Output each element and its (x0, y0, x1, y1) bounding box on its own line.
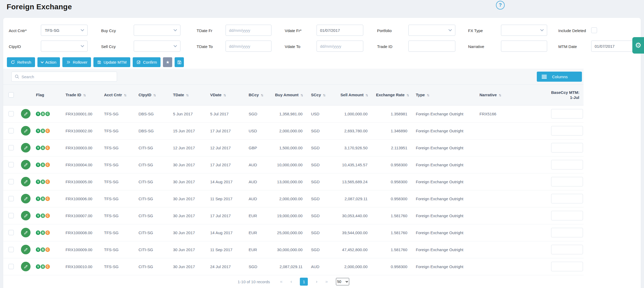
col-header-exchange_rate[interactable]: Exchange Rate↑↓ (372, 85, 412, 105)
baseccy-mtm-input[interactable] (551, 109, 583, 119)
baseccy-mtm-input[interactable] (551, 211, 583, 220)
refresh-button[interactable]: Refresh (7, 57, 35, 67)
include-deleted-checkbox[interactable] (591, 27, 597, 33)
baseccy-mtm-input[interactable] (551, 160, 583, 169)
row-checkbox[interactable] (8, 230, 14, 235)
sort-icon[interactable]: ↑↓ (499, 93, 501, 97)
col-header-sccy[interactable]: SCcy↑↓ (307, 85, 329, 105)
col-header-tdate[interactable]: TDate↑↓ (169, 85, 206, 105)
edit-button[interactable] (21, 194, 31, 203)
tdate-fr-input[interactable] (226, 25, 271, 36)
cell-vdate: 5 Jul 2017 (206, 105, 244, 122)
baseccy-mtm-input[interactable] (551, 126, 583, 136)
vdate-fr-input[interactable] (317, 25, 363, 36)
cell-buy_amount: 1,500,000.00 (266, 139, 307, 156)
col-header-narrative[interactable]: Narrative↑↓ (475, 85, 547, 105)
search-input[interactable] (21, 75, 114, 79)
col-header-ctpy_id[interactable]: CtpyID↑↓ (134, 85, 169, 105)
row-checkbox[interactable] (8, 162, 14, 167)
update-mtm-button[interactable]: Update MTM (93, 57, 130, 67)
edit-button[interactable] (21, 228, 31, 237)
col-header-buy_amount[interactable]: Buy Amount↑↓ (266, 85, 307, 105)
cell-tdate: 30 Jun 2017 (169, 224, 206, 241)
page-size-select[interactable]: 50 (336, 278, 349, 285)
trade-id-input[interactable] (408, 41, 455, 52)
ctpy-id-select[interactable] (41, 41, 88, 52)
sort-icon[interactable]: ↑↓ (261, 93, 263, 97)
baseccy-mtm-input[interactable] (551, 262, 583, 271)
save-layout-button[interactable] (175, 57, 184, 67)
row-checkbox[interactable] (8, 179, 14, 184)
prev-page-button[interactable]: ‹ (291, 279, 292, 284)
row-checkbox[interactable] (8, 128, 14, 133)
baseccy-mtm-input[interactable] (551, 245, 583, 254)
col-header-vdate[interactable]: VDate↑↓ (206, 85, 244, 105)
edit-button[interactable] (21, 109, 31, 119)
columns-button[interactable]: Columns (537, 72, 582, 82)
cell-trade_id: FRX100003.00 (61, 139, 100, 156)
cell-bccy: SGD (244, 258, 266, 275)
col-header-acct_cntr[interactable]: Acct Cntr↑↓ (100, 85, 134, 105)
acct-cntr-select[interactable]: TFS-SG (41, 25, 88, 36)
sell-ccy-select[interactable] (134, 41, 180, 52)
cell-buy_amount: 13,000,000.00 (266, 173, 307, 190)
narrative-input[interactable] (501, 41, 547, 52)
chevron-down-icon (81, 28, 84, 31)
col-header-bccy[interactable]: BCcy↑↓ (244, 85, 266, 105)
col-header-trade_id[interactable]: Trade ID↑↓ (61, 85, 100, 105)
col-header-type[interactable]: Type↑↓ (412, 85, 475, 105)
sort-icon[interactable]: ↑↓ (407, 93, 409, 97)
sort-icon[interactable]: ↑↓ (83, 93, 85, 97)
baseccy-mtm-input[interactable] (551, 143, 583, 152)
col-header-sell_amount[interactable]: Sell Amount↑↓ (329, 85, 372, 105)
vdate-to-input[interactable] (317, 41, 363, 52)
sort-icon[interactable]: ↑↓ (223, 93, 226, 97)
help-icon[interactable]: ? (496, 1, 505, 10)
mtm-date-input[interactable] (591, 41, 637, 52)
row-checkbox[interactable] (8, 145, 14, 150)
sort-icon[interactable]: ↑↓ (186, 93, 188, 97)
portfolio-select[interactable] (408, 25, 455, 36)
edit-button[interactable] (21, 211, 31, 220)
row-checkbox[interactable] (8, 264, 14, 269)
next-page-button[interactable]: › (316, 279, 317, 284)
settings-tab[interactable]: ⚙ (632, 37, 644, 54)
flag-badge-c: C (45, 129, 50, 133)
select-all-checkbox[interactable] (8, 92, 14, 98)
row-checkbox[interactable] (8, 247, 14, 252)
row-checkbox[interactable] (8, 111, 14, 116)
first-page-button[interactable]: « (280, 279, 282, 284)
tdate-to-input[interactable] (226, 41, 271, 52)
baseccy-mtm-input[interactable] (551, 194, 583, 203)
table-row: VACFRX100006.00TFS-SGCITI-SG30 Jun 20171… (3, 190, 584, 207)
cell-bccy: GBP (244, 139, 266, 156)
baseccy-mtm-input[interactable] (551, 177, 583, 186)
edit-button[interactable] (21, 177, 31, 186)
favorite-button[interactable]: ★ (163, 57, 172, 67)
baseccy-mtm-input[interactable] (551, 228, 583, 237)
flag-badge-a: A (41, 163, 45, 167)
edit-button[interactable] (21, 126, 31, 136)
row-checkbox[interactable] (8, 196, 14, 201)
rollover-button[interactable]: Rollover (62, 57, 91, 67)
confirm-button[interactable]: Confirm (133, 57, 161, 67)
sort-icon[interactable]: ↑↓ (323, 93, 325, 97)
edit-button[interactable] (21, 143, 31, 152)
sort-icon[interactable]: ↑↓ (300, 93, 302, 97)
cell-tdate: 15 Jun 2017 (169, 122, 206, 139)
pagination: 1-10 of 10 records « ‹ 1 › » 50 (3, 275, 584, 288)
edit-button[interactable] (21, 262, 31, 271)
fx-type-select[interactable] (501, 25, 547, 36)
edit-button[interactable] (21, 160, 31, 169)
sort-icon[interactable]: ↑↓ (427, 93, 429, 97)
sort-icon[interactable]: ↑↓ (365, 93, 368, 97)
row-checkbox[interactable] (8, 213, 14, 218)
sort-icon[interactable]: ↑↓ (153, 93, 155, 97)
last-page-button[interactable]: » (325, 279, 328, 284)
buy-ccy-select[interactable] (134, 25, 180, 36)
action-button[interactable]: Action (37, 57, 60, 67)
page-1-button[interactable]: 1 (300, 278, 308, 286)
sort-icon[interactable]: ↑↓ (124, 93, 126, 97)
cell-exchange_rate: 1.358981 (372, 105, 412, 122)
edit-button[interactable] (21, 245, 31, 254)
